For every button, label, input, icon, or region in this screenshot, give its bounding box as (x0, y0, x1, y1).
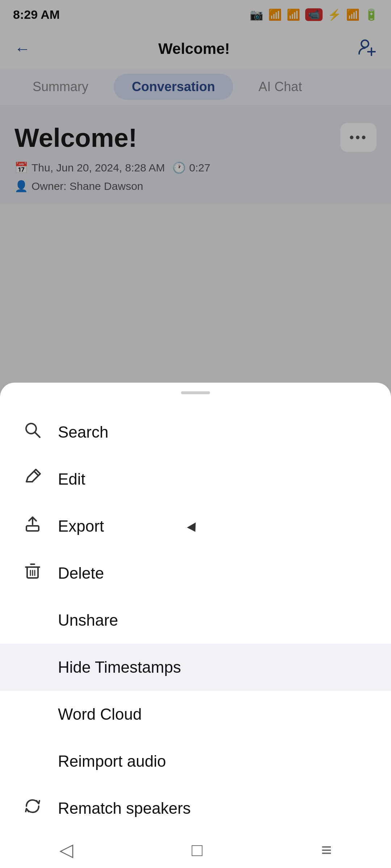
menu-item-search[interactable]: Search (0, 409, 391, 456)
menu-item-reimport-audio[interactable]: Reimport audio (0, 738, 391, 785)
svg-rect-6 (26, 526, 39, 531)
delete-icon (22, 562, 43, 584)
menu-item-export[interactable]: Export (0, 503, 391, 550)
menu-item-word-cloud[interactable]: Word Cloud (0, 691, 391, 738)
delete-label: Delete (58, 564, 104, 582)
sheet-handle (181, 391, 210, 394)
nav-home-button[interactable]: □ (192, 839, 202, 860)
search-icon (22, 421, 43, 443)
search-label: Search (58, 423, 108, 441)
rematch-speakers-label: Rematch speakers (58, 799, 191, 817)
nav-bar: ◁ □ ≡ (0, 832, 391, 868)
menu-item-rematch-speakers[interactable]: Rematch speakers (0, 785, 391, 832)
nav-menu-button[interactable]: ≡ (321, 839, 332, 860)
reimport-audio-label: Reimport audio (58, 752, 166, 770)
menu-item-unshare[interactable]: Unshare (0, 597, 391, 644)
menu-item-edit[interactable]: Edit (0, 456, 391, 503)
menu-item-delete[interactable]: Delete (0, 550, 391, 597)
edit-icon (22, 468, 43, 490)
word-cloud-label: Word Cloud (58, 705, 142, 723)
export-icon (22, 515, 43, 537)
export-label: Export (58, 517, 104, 535)
nav-back-button[interactable]: ◁ (59, 839, 73, 860)
svg-line-4 (35, 432, 40, 437)
edit-label: Edit (58, 470, 85, 488)
hide-timestamps-label: Hide Timestamps (58, 658, 181, 676)
bottom-sheet: Search Edit Export (0, 383, 391, 868)
unshare-label: Unshare (58, 611, 118, 629)
rematch-icon (22, 797, 43, 820)
menu-item-hide-timestamps[interactable]: Hide Timestamps (0, 644, 391, 691)
